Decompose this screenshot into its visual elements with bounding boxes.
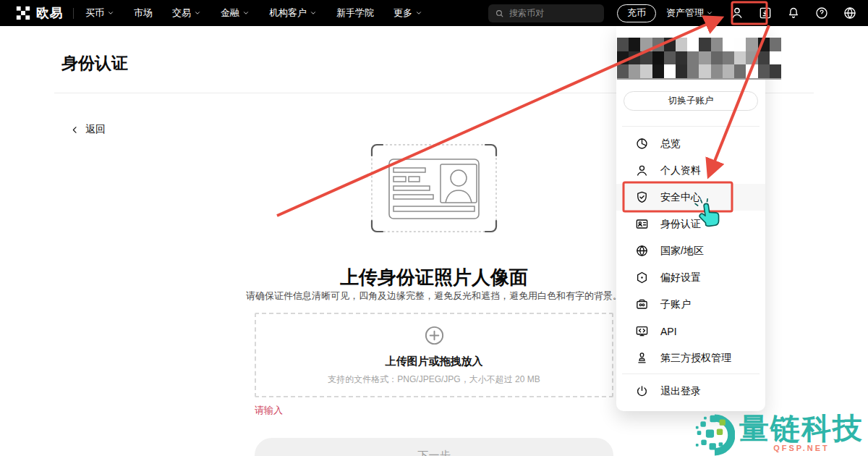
search-input[interactable] xyxy=(509,8,597,18)
chevron-down-icon xyxy=(194,9,201,17)
okx-logo-icon xyxy=(16,6,30,20)
dropdown-item-label: 退出登录 xyxy=(660,385,701,398)
main-nav: 买币市场交易金融机构客户新手学院更多 xyxy=(85,7,422,20)
upload-format-hint: 支持的文件格式：PNG/JPEG/JPG，大小不超过 20 MB xyxy=(328,373,540,386)
validation-error: 请输入 xyxy=(255,404,283,417)
upload-dropzone[interactable]: 上传图片或拖拽放入 支持的文件格式：PNG/JPEG/JPG，大小不超过 20 … xyxy=(255,313,613,397)
plus-icon xyxy=(423,324,446,350)
power-icon xyxy=(635,384,649,398)
watermark: 量链科技 QFSP.NET xyxy=(694,413,864,456)
nav-item-label: 买币 xyxy=(85,7,104,20)
globe-icon[interactable] xyxy=(842,5,858,21)
censored-account-info-mosaic xyxy=(617,38,781,80)
dropdown-item-label: API xyxy=(660,326,677,337)
id-card-illustration xyxy=(369,142,499,237)
chevron-down-icon xyxy=(706,9,713,17)
api-icon xyxy=(635,324,649,338)
person-icon xyxy=(635,164,649,177)
download-icon[interactable] xyxy=(757,5,773,21)
hexagon-dot-icon xyxy=(635,271,649,284)
dropdown-item-3[interactable]: 安全中心 xyxy=(616,184,765,211)
nav-item-3[interactable]: 交易 xyxy=(172,7,201,20)
chevron-down-icon xyxy=(415,9,422,17)
assets-menu[interactable]: 资产管理 xyxy=(666,7,713,20)
nav-item-5[interactable]: 机构客户 xyxy=(269,7,317,20)
dropdown-divider xyxy=(622,373,760,374)
subaccount-icon xyxy=(635,297,649,311)
next-step-button[interactable]: 下一步 xyxy=(255,438,613,456)
chevron-down-icon xyxy=(107,9,114,17)
search-icon xyxy=(495,9,504,18)
help-icon[interactable] xyxy=(814,5,830,21)
nav-item-label: 新手学院 xyxy=(336,7,374,20)
logout-section: 退出登录 xyxy=(616,378,765,405)
dropdown-item-1[interactable]: 总览 xyxy=(616,130,765,157)
back-button[interactable]: 返回 xyxy=(70,123,106,136)
dropdown-item-label: 国家/地区 xyxy=(660,245,704,258)
id-card-icon xyxy=(635,217,649,231)
dropdown-item-label: 安全中心 xyxy=(660,191,701,204)
chevron-down-icon xyxy=(242,9,250,17)
dropdown-item-label: 子账户 xyxy=(660,298,691,311)
dropdown-item-label: 偏好设置 xyxy=(660,271,701,284)
watermark-brand: 量链科技 xyxy=(739,413,864,445)
dropdown-item-label: 个人资料 xyxy=(660,164,701,177)
nav-item-label: 金融 xyxy=(221,7,239,20)
shield-check-icon xyxy=(635,190,649,204)
assets-label: 资产管理 xyxy=(666,7,704,20)
nav-item-label: 机构客户 xyxy=(269,7,307,20)
upload-label: 上传图片或拖拽放入 xyxy=(386,355,483,368)
nav-divider xyxy=(73,8,74,19)
dropdown-item-2[interactable]: 个人资料 xyxy=(616,157,765,184)
page-title: 身份认证 xyxy=(61,52,128,75)
dropdown-item-5[interactable]: 国家/地区 xyxy=(616,237,765,264)
nav-item-2[interactable]: 市场 xyxy=(134,7,153,20)
globe-icon xyxy=(635,244,649,258)
nav-item-7[interactable]: 更多 xyxy=(393,7,422,20)
nav-right: 充币 资产管理 xyxy=(488,0,868,26)
dropdown-item-6[interactable]: 偏好设置 xyxy=(616,264,765,291)
account-dropdown: 切换子账户 总览个人资料安全中心身份认证国家/地区偏好设置子账户API第三方授权… xyxy=(616,26,765,411)
chevron-left-icon xyxy=(70,125,80,135)
dropdown-item-label: 身份认证 xyxy=(660,218,701,231)
stamp-icon xyxy=(635,351,649,365)
nav-item-6[interactable]: 新手学院 xyxy=(336,7,374,20)
back-label: 返回 xyxy=(85,123,106,136)
top-navbar: 欧易 买币市场交易金融机构客户新手学院更多 充币 资产管理 xyxy=(0,0,868,26)
nav-item-1[interactable]: 买币 xyxy=(85,7,114,20)
search-box[interactable] xyxy=(488,4,604,22)
okx-logo[interactable]: 欧易 xyxy=(0,4,63,22)
dropdown-item-logout[interactable]: 退出登录 xyxy=(616,378,765,405)
bell-icon[interactable] xyxy=(786,5,801,21)
dropdown-item-7[interactable]: 子账户 xyxy=(616,291,765,318)
nav-item-label: 交易 xyxy=(172,7,191,20)
watermark-domain: QFSP.NET xyxy=(773,444,830,452)
dropdown-item-8[interactable]: API xyxy=(616,318,765,345)
dropdown-item-label: 总览 xyxy=(660,138,681,151)
nav-item-label: 市场 xyxy=(134,7,153,20)
dropdown-menu: 总览个人资料安全中心身份认证国家/地区偏好设置子账户API第三方授权管理 xyxy=(616,130,765,371)
nav-item-4[interactable]: 金融 xyxy=(221,7,250,20)
overview-pie-icon xyxy=(635,137,649,151)
profile-icon[interactable] xyxy=(729,5,745,21)
dropdown-divider xyxy=(622,126,760,127)
nav-icon-group xyxy=(729,5,868,21)
nav-item-label: 更多 xyxy=(393,7,412,20)
watermark-logo-icon xyxy=(694,413,735,456)
okx-identity-verification-page: 欧易 买币市场交易金融机构客户新手学院更多 充币 资产管理 身份认证 返回 xyxy=(0,0,868,456)
dropdown-item-9[interactable]: 第三方授权管理 xyxy=(616,345,765,371)
dropdown-item-label: 第三方授权管理 xyxy=(660,352,731,365)
dropdown-item-4[interactable]: 身份认证 xyxy=(616,211,765,237)
switch-subaccount-button[interactable]: 切换子账户 xyxy=(624,91,758,111)
deposit-button[interactable]: 充币 xyxy=(617,4,656,22)
chevron-down-icon xyxy=(310,9,317,17)
okx-logo-text: 欧易 xyxy=(36,4,63,22)
